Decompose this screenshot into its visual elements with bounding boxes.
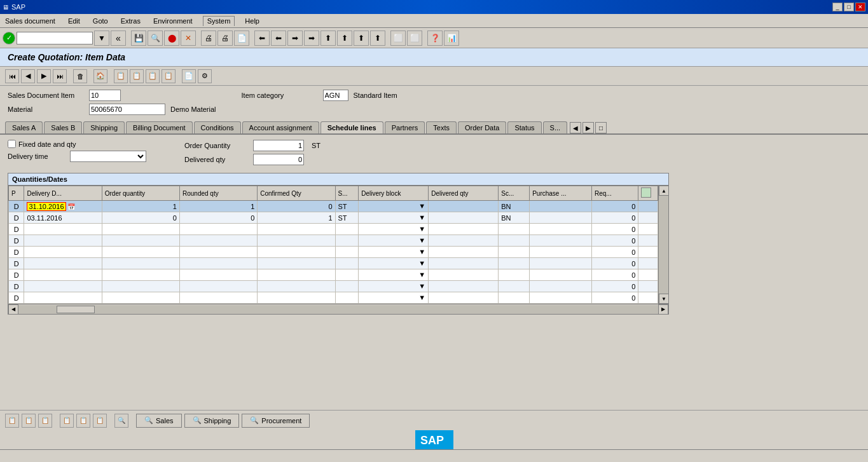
col-order-qty[interactable]: Order quantity	[102, 186, 179, 201]
menu-edit[interactable]: Edit	[65, 16, 83, 26]
col-expand[interactable]	[638, 186, 658, 201]
table-row[interactable]: D03.11.2016001ST ▼BN0	[9, 212, 658, 224]
tab-nav-left[interactable]: ◀	[570, 122, 581, 133]
nav2-btn[interactable]: ⬅	[271, 31, 286, 46]
nav7-btn[interactable]: ⬆	[354, 31, 369, 46]
delivered-qty-input[interactable]	[253, 154, 304, 165]
col-delivery-date[interactable]: Delivery D...	[24, 186, 102, 201]
table-row[interactable]: D31.10.2016 📅110ST ▼BN0	[9, 201, 658, 212]
minimize-button[interactable]: _	[832, 3, 843, 11]
order-qty-input[interactable]	[253, 140, 304, 151]
tab-nav-maximize[interactable]: □	[595, 122, 607, 133]
sales-doc-item-input[interactable]	[89, 90, 121, 101]
copy-btn[interactable]: 📋	[114, 69, 128, 83]
tab-account-assignment[interactable]: Account assignment	[242, 121, 319, 133]
table-row[interactable]: D ▼0	[9, 281, 658, 292]
copy4-btn[interactable]: 📋	[162, 69, 176, 83]
stop-btn[interactable]: ⬤	[164, 31, 179, 46]
print2-btn[interactable]: 🖨	[217, 31, 233, 46]
nav4-btn[interactable]: ➡	[304, 31, 319, 46]
tab-conditions[interactable]: Conditions	[194, 121, 241, 133]
col-purchase[interactable]: Purchase ...	[530, 186, 592, 201]
tab-shipping[interactable]: Shipping	[83, 121, 125, 133]
col-delivery-block[interactable]: Delivery block	[359, 186, 429, 201]
nav3-btn[interactable]: ➡	[287, 31, 303, 46]
scroll-right-btn[interactable]: ▶	[658, 304, 668, 315]
menu-extras[interactable]: Extras	[118, 16, 143, 26]
material-input[interactable]	[89, 104, 165, 115]
first-record-btn[interactable]: ⏮	[5, 69, 19, 83]
tab-order-data[interactable]: Order Data	[458, 121, 506, 133]
tab-sales-b[interactable]: Sales B	[44, 121, 82, 133]
find-btn[interactable]: 🔍	[148, 31, 163, 46]
col-rounded-qty[interactable]: Rounded qty	[179, 186, 257, 201]
bottom-icon-2[interactable]: 📋	[22, 414, 36, 428]
menu-sales-document[interactable]: Sales document	[3, 16, 58, 26]
tab-s[interactable]: S...	[543, 121, 568, 133]
sales-button[interactable]: 🔍 Sales	[136, 414, 182, 428]
maximize-button[interactable]: □	[844, 3, 854, 11]
back-btn[interactable]: «	[111, 31, 126, 46]
tab-billing[interactable]: Billing Document	[126, 121, 193, 133]
command-input[interactable]	[17, 32, 93, 44]
bottom-icon-4[interactable]: 📋	[60, 414, 74, 428]
tab-nav-right[interactable]: ▶	[582, 122, 594, 133]
shipping-button[interactable]: 🔍 Shipping	[184, 414, 240, 428]
delivery-time-select[interactable]	[70, 151, 146, 162]
green-check-btn[interactable]: ✓	[3, 32, 15, 44]
col-confirmed-qty[interactable]: Confirmed Qty	[258, 186, 335, 201]
menu-environment[interactable]: Environment	[151, 16, 195, 26]
prev-record-btn[interactable]: ◀	[21, 69, 35, 83]
menu-system[interactable]: System	[203, 16, 235, 26]
print-btn[interactable]: 🖨	[201, 31, 216, 46]
calendar-icon[interactable]: 📅	[66, 203, 76, 210]
item-category-input[interactable]	[323, 90, 348, 101]
save-btn[interactable]: 💾	[131, 31, 146, 46]
cancel-btn[interactable]: ✕	[181, 31, 196, 46]
nav1-btn[interactable]: ⬅	[254, 31, 270, 46]
custom-btn[interactable]: 📊	[444, 31, 459, 46]
table-row[interactable]: D ▼0	[9, 247, 658, 258]
bottom-icon-1[interactable]: 📋	[5, 414, 19, 428]
copy2-btn[interactable]: 📋	[130, 69, 144, 83]
delete-record-btn[interactable]: 🗑	[73, 69, 87, 83]
table-row[interactable]: D ▼0	[9, 269, 658, 281]
tab-status[interactable]: Status	[507, 121, 541, 133]
col-sc[interactable]: Sc...	[499, 186, 530, 201]
dropdown-btn[interactable]: ▼	[94, 31, 109, 46]
scroll-down-btn[interactable]: ▼	[659, 294, 669, 304]
help-btn[interactable]: ❓	[427, 31, 443, 46]
table-row[interactable]: D ▼0	[9, 235, 658, 247]
bottom-icon-3[interactable]: 📋	[38, 414, 52, 428]
next-record-btn[interactable]: ▶	[37, 69, 51, 83]
print3-btn[interactable]: 📄	[234, 31, 249, 46]
bottom-icon-6[interactable]: 📋	[93, 414, 107, 428]
table-row[interactable]: D ▼0	[9, 258, 658, 269]
tab-sales-a[interactable]: Sales A	[5, 121, 43, 133]
col-req[interactable]: Req...	[592, 186, 638, 201]
nav5-btn[interactable]: ⬆	[320, 31, 336, 46]
home-btn[interactable]: 🏠	[93, 69, 107, 83]
fixed-date-qty-checkbox[interactable]	[8, 140, 16, 148]
table-row[interactable]: D ▼0	[9, 224, 658, 235]
layout2-btn[interactable]: ⬜	[407, 31, 422, 46]
bottom-icon-7[interactable]: 🔍	[114, 414, 128, 428]
h-scroll-thumb[interactable]	[57, 306, 95, 313]
col-s[interactable]: S...	[335, 186, 359, 201]
nav8-btn[interactable]: ⬆	[370, 31, 385, 46]
scroll-up-btn[interactable]: ▲	[659, 186, 669, 196]
config-btn[interactable]: ⚙	[198, 69, 212, 83]
procurement-button[interactable]: 🔍 Procurement	[242, 414, 310, 428]
tab-texts[interactable]: Texts	[426, 121, 457, 133]
layout1-btn[interactable]: ⬜	[390, 31, 406, 46]
bottom-icon-5[interactable]: 📋	[76, 414, 90, 428]
scroll-left-btn[interactable]: ◀	[8, 304, 18, 315]
table-row[interactable]: D ▼0	[9, 292, 658, 304]
menu-help[interactable]: Help	[242, 16, 262, 26]
tab-schedule-lines[interactable]: Schedule lines	[320, 121, 383, 135]
tab-partners[interactable]: Partners	[385, 121, 425, 133]
menu-goto[interactable]: Goto	[90, 16, 111, 26]
nav6-btn[interactable]: ⬆	[337, 31, 352, 46]
close-button[interactable]: ✕	[855, 3, 865, 11]
copy3-btn[interactable]: 📋	[146, 69, 160, 83]
